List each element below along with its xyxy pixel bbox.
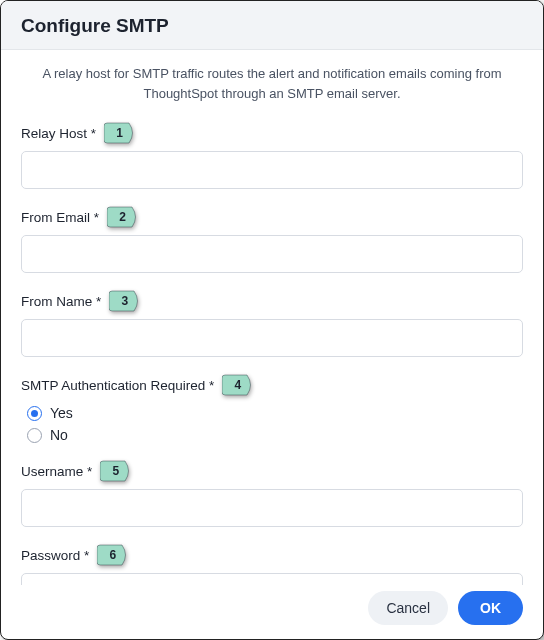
radio-auth-no[interactable] xyxy=(27,428,42,443)
smtp-config-dialog: Configure SMTP A relay host for SMTP tra… xyxy=(0,0,544,640)
annotation-pin-1: 1 xyxy=(104,121,138,145)
label-username: Username * xyxy=(21,464,92,479)
annotation-pin-5: 5 xyxy=(100,459,134,483)
label-from-email: From Email * xyxy=(21,210,99,225)
input-from-email[interactable] xyxy=(21,235,523,273)
dialog-title: Configure SMTP xyxy=(21,15,523,37)
annotation-pin-6: 6 xyxy=(97,543,131,567)
radio-label-yes: Yes xyxy=(50,405,73,421)
input-username[interactable] xyxy=(21,489,523,527)
annotation-pin-4: 4 xyxy=(222,373,256,397)
dialog-footer: Cancel OK xyxy=(1,585,543,639)
dialog-titlebar: Configure SMTP xyxy=(1,1,543,50)
label-password: Password * xyxy=(21,548,89,563)
field-from-email: From Email * 2 xyxy=(21,205,523,273)
annotation-pin-2: 2 xyxy=(107,205,141,229)
label-from-name: From Name * xyxy=(21,294,101,309)
ok-button[interactable]: OK xyxy=(458,591,523,625)
field-relay-host: Relay Host * 1 xyxy=(21,121,523,189)
input-from-name[interactable] xyxy=(21,319,523,357)
radio-group-auth: Yes No xyxy=(21,405,523,443)
radio-auth-yes[interactable] xyxy=(27,406,42,421)
dialog-description: A relay host for SMTP traffic routes the… xyxy=(32,64,512,103)
label-auth-required: SMTP Authentication Required * xyxy=(21,378,214,393)
field-username: Username * 5 xyxy=(21,459,523,527)
radio-label-no: No xyxy=(50,427,68,443)
field-from-name: From Name * 3 xyxy=(21,289,523,357)
input-password[interactable] xyxy=(21,573,523,585)
field-password: Password * 6 xyxy=(21,543,523,585)
cancel-button[interactable]: Cancel xyxy=(368,591,448,625)
input-relay-host[interactable] xyxy=(21,151,523,189)
annotation-pin-3: 3 xyxy=(109,289,143,313)
label-relay-host: Relay Host * xyxy=(21,126,96,141)
field-auth-required: SMTP Authentication Required * 4 Yes No xyxy=(21,373,523,443)
dialog-content: A relay host for SMTP traffic routes the… xyxy=(1,50,543,585)
